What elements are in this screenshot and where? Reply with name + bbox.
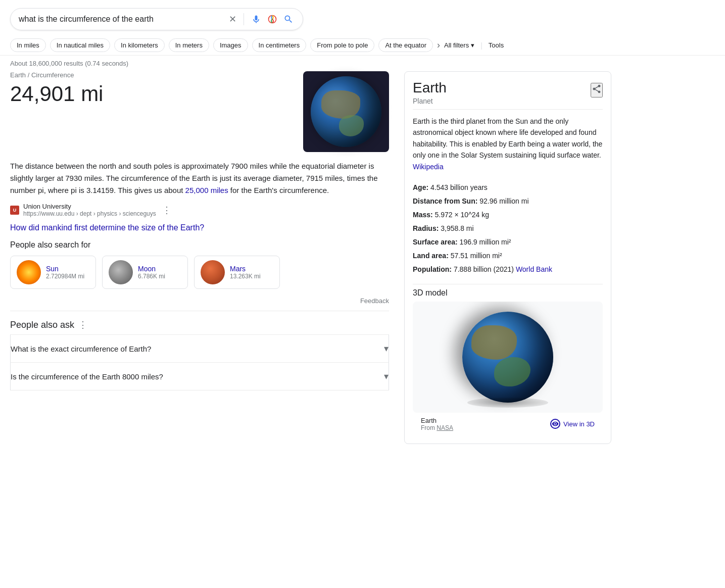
left-column: Earth / Circumference 24,901 mi The dist… xyxy=(10,71,389,444)
nasa-link[interactable]: NASA xyxy=(437,424,453,431)
feedback-row: Feedback xyxy=(10,297,389,311)
model-title: 3D model xyxy=(413,288,603,298)
people-also-ask-section: People also ask ⋮ What is the exact circ… xyxy=(10,319,389,390)
clear-icon[interactable]: ✕ xyxy=(228,13,237,26)
filter-chips-bar: In miles In nautical miles In kilometers… xyxy=(0,35,725,56)
panel-header: Earth Planet xyxy=(405,72,611,109)
panel-description: Earth is the third planet from the Sun a… xyxy=(405,110,611,178)
model-name: Earth xyxy=(421,417,453,424)
ask-item-1[interactable]: Is the circumference of the Earth 8000 m… xyxy=(10,362,389,390)
chip-in-centimeters[interactable]: In centimeters xyxy=(252,38,307,52)
chevron-down-icon-1: ▾ xyxy=(384,371,389,382)
planet-cards: Sun 2.720984M mi Moon 6.786K mi Mars 1 xyxy=(10,256,389,289)
fact-distance: Distance from Sun: 92.96 million mi xyxy=(413,196,603,207)
all-filters-button[interactable]: All filters ▾ xyxy=(444,41,474,49)
people-also-ask-header: People also ask ⋮ xyxy=(10,319,389,330)
chip-in-meters[interactable]: In meters xyxy=(169,38,209,52)
planet-card-sun[interactable]: Sun 2.720984M mi xyxy=(10,256,96,289)
world-bank-link[interactable]: World Bank xyxy=(516,265,552,273)
google-lens-icon[interactable] xyxy=(266,13,278,25)
chip-in-nautical-miles[interactable]: In nautical miles xyxy=(50,38,110,52)
sun-thumbnail xyxy=(17,260,41,284)
breadcrumb-root-link[interactable]: Earth xyxy=(10,71,26,79)
chip-in-miles[interactable]: In miles xyxy=(10,38,46,52)
answer-description: The distance between the north and south… xyxy=(10,160,389,197)
result-link[interactable]: How did mankind first determine the size… xyxy=(10,223,389,232)
wikipedia-link[interactable]: Wikipedia xyxy=(413,163,444,171)
people-also-search-title: People also search for xyxy=(10,240,389,250)
search-input[interactable] xyxy=(19,15,224,24)
model-source: From NASA xyxy=(421,424,453,431)
fact-age: Age: 4.543 billion years xyxy=(413,182,603,193)
chip-images[interactable]: Images xyxy=(213,38,248,52)
fact-mass: Mass: 5.972 × 10^24 kg xyxy=(413,210,603,220)
panel-facts: Age: 4.543 billion years Distance from S… xyxy=(405,178,611,284)
view-3d-icon xyxy=(550,419,560,429)
source-more-icon[interactable]: ⋮ xyxy=(162,205,171,216)
view-in-3d-button[interactable]: View in 3D xyxy=(550,419,595,429)
share-icon[interactable] xyxy=(591,83,603,97)
chip-in-kilometers[interactable]: In kilometers xyxy=(114,38,165,52)
ask-question-0: What is the exact circumference of Earth… xyxy=(11,345,151,353)
panel-title: Earth xyxy=(413,80,447,96)
planet-card-moon[interactable]: Moon 6.786K mi xyxy=(102,256,188,289)
tools-button[interactable]: Tools xyxy=(489,41,504,49)
search-bar: ✕ xyxy=(10,8,303,30)
search-submit-icon[interactable] xyxy=(282,13,295,25)
more-options-icon[interactable]: ⋮ xyxy=(78,319,87,330)
knowledge-panel: Earth Planet Earth is the third planet f… xyxy=(404,71,611,444)
more-filters-icon[interactable]: › xyxy=(437,40,440,51)
mars-name: Mars xyxy=(230,265,261,273)
result-count: About 18,600,000 results (0.74 seconds) xyxy=(0,56,725,71)
source-url: https://www.uu.edu › dept › physics › sc… xyxy=(23,210,156,217)
breadcrumb: Earth / Circumference xyxy=(10,71,293,79)
feedback-label[interactable]: Feedback xyxy=(360,297,389,305)
main-layout: Earth / Circumference 24,901 mi The dist… xyxy=(0,71,725,444)
fact-population: Population: 7.888 billion (2021) World B… xyxy=(413,264,603,275)
answer-value: 24,901 mi xyxy=(10,82,293,106)
ask-item-0[interactable]: What is the exact circumference of Earth… xyxy=(10,334,389,363)
planet-card-mars[interactable]: Mars 13.263K mi xyxy=(194,256,280,289)
model-section: 3D model Earth From NASA xyxy=(405,284,611,444)
source-name: Union University xyxy=(23,203,156,210)
people-also-search-section: People also search for Sun 2.720984M mi … xyxy=(10,240,389,311)
people-also-ask-title: People also ask xyxy=(10,320,74,330)
ask-question-1: Is the circumference of the Earth 8000 m… xyxy=(11,372,163,381)
model-shadow xyxy=(467,398,548,408)
source-favicon: U xyxy=(10,206,19,215)
earth-3d-model xyxy=(462,312,553,403)
description-link[interactable]: 25,000 miles xyxy=(185,186,228,194)
source-row: U Union University https://www.uu.edu › … xyxy=(10,203,389,217)
sun-size: 2.720984M mi xyxy=(46,273,84,280)
fact-surface-area: Surface area: 196.9 million mi² xyxy=(413,237,603,248)
answer-box: Earth / Circumference 24,901 mi xyxy=(10,71,389,152)
fact-land-area: Land area: 57.51 million mi² xyxy=(413,251,603,261)
earth-image xyxy=(303,71,389,152)
earth-sphere-graphic xyxy=(311,76,381,147)
right-column: Earth Planet Earth is the third planet f… xyxy=(404,71,611,444)
breadcrumb-leaf: Circumference xyxy=(31,71,74,79)
search-bar-container: ✕ xyxy=(0,0,725,35)
fact-radius: Radius: 3,958.8 mi xyxy=(413,223,603,234)
chevron-down-icon-0: ▾ xyxy=(384,343,389,354)
sun-name: Sun xyxy=(46,265,84,273)
chip-at-the-equator[interactable]: At the equator xyxy=(378,38,433,52)
moon-thumbnail xyxy=(109,260,133,284)
model-footer: Earth From NASA View in 3D xyxy=(413,413,603,435)
chevron-down-icon: ▾ xyxy=(471,41,474,49)
mars-thumbnail xyxy=(201,260,225,284)
model-display xyxy=(413,302,603,413)
microphone-icon[interactable] xyxy=(250,13,262,25)
mars-size: 13.263K mi xyxy=(230,273,261,280)
chip-from-pole-to-pole[interactable]: From pole to pole xyxy=(310,38,374,52)
panel-subtitle: Planet xyxy=(413,97,447,105)
moon-name: Moon xyxy=(138,265,165,273)
answer-content: Earth / Circumference 24,901 mi xyxy=(10,71,293,109)
moon-size: 6.786K mi xyxy=(138,273,165,280)
